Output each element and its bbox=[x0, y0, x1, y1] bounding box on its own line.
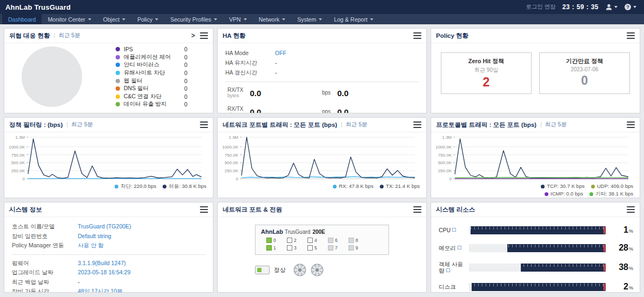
legend-item: 애플리케이션 제어0 bbox=[116, 53, 202, 62]
info-value[interactable]: 사용 안 함 bbox=[78, 241, 104, 251]
external-link-icon[interactable] bbox=[446, 268, 450, 272]
ha-row-label: HA 갱신시간 bbox=[225, 68, 275, 77]
panel-menu-icon[interactable] bbox=[413, 122, 421, 128]
expand-icon[interactable]: > bbox=[191, 32, 195, 39]
panel-menu-icon[interactable] bbox=[200, 122, 208, 128]
legend-item: ICMP: 0.0 bps bbox=[545, 191, 583, 197]
panel-title: 시스템 리소스 bbox=[436, 206, 475, 214]
panel-subtitle: 최근 5분 bbox=[536, 121, 567, 129]
policy-card[interactable]: Zero Hit 정책최근 90일2 bbox=[441, 52, 532, 94]
panel-title: HA 현황 bbox=[223, 32, 245, 40]
info-row: 업그레이드 날짜2023-05-18 16:54:29 bbox=[12, 268, 205, 278]
panel-menu-icon[interactable] bbox=[627, 206, 635, 213]
port-number: 0 bbox=[273, 238, 276, 243]
panel-header: 시스템 정보 bbox=[4, 202, 213, 217]
panel-menu-icon[interactable] bbox=[200, 206, 208, 213]
device-box: AhnLabTrusGuard200E 0246813579 bbox=[255, 225, 389, 255]
info-value[interactable]: 3.1.1.9(Build 1247) bbox=[78, 259, 126, 268]
legend-label: 유해사이트 차단 bbox=[124, 69, 184, 77]
line-chart: 0250.0K500.0K750.0K1000.0K1.3M bbox=[219, 134, 422, 183]
ha-status-rows: HA ModeOFFHA 유지시간-HA 갱신시간- bbox=[225, 48, 419, 77]
panel-title: 네트워크 포트 & 전원 bbox=[223, 206, 282, 214]
user-icon bbox=[605, 3, 613, 11]
counter-label: RX/TX bbox=[227, 106, 243, 112]
svg-text:1000.0K: 1000.0K bbox=[435, 145, 452, 150]
ha-row-value: - bbox=[275, 69, 277, 76]
chevron-down-icon bbox=[614, 6, 618, 8]
fan-icon bbox=[293, 264, 306, 276]
panel-menu-icon[interactable] bbox=[627, 32, 635, 39]
chart-body: 0250.0K500.0K750.0K1000.0K1.3M 차단: 220.0… bbox=[4, 132, 213, 191]
nav-item-object[interactable]: Object bbox=[97, 14, 131, 24]
svg-text:250.0K: 250.0K bbox=[438, 168, 452, 173]
panel-menu-icon[interactable] bbox=[413, 32, 421, 39]
nav-item-security-profiles[interactable]: Security Profiles bbox=[164, 14, 223, 24]
nav-item-label: System bbox=[297, 16, 316, 23]
percent-sign: % bbox=[629, 246, 633, 252]
counter-value: 0.0 bbox=[337, 107, 348, 114]
legend-value: 0 bbox=[184, 78, 187, 84]
info-label: 장비 가동 시간 bbox=[12, 287, 78, 293]
panel-menu-icon[interactable] bbox=[413, 206, 421, 213]
card-value: 2 bbox=[445, 75, 528, 90]
device-brand-line: AhnLabTrusGuard200E bbox=[261, 228, 383, 235]
gauge-threshold-marker bbox=[603, 227, 605, 234]
help-menu-button[interactable]: ? bbox=[624, 3, 636, 11]
device-model: TrusGuard bbox=[285, 229, 310, 235]
session-extend-link[interactable]: 로그인 연장 bbox=[526, 3, 555, 11]
port-led-icon bbox=[307, 238, 313, 243]
svg-text:750.0K: 750.0K bbox=[438, 153, 452, 158]
gauge-value: 28% bbox=[611, 243, 633, 253]
legend-color-dot bbox=[116, 79, 120, 83]
nav-item-policy[interactable]: Policy bbox=[131, 14, 164, 24]
user-menu-button[interactable] bbox=[605, 3, 618, 11]
nav-item-label: VPN bbox=[229, 16, 241, 23]
nav-item-network[interactable]: Network bbox=[253, 14, 292, 24]
legend-label: RX: 47.8 K bps bbox=[339, 183, 373, 190]
nav-item-vpn[interactable]: VPN bbox=[223, 14, 253, 24]
svg-text:0: 0 bbox=[450, 177, 452, 181]
panel-header: 네트워크 포트별 트래픽 : 모든 포트 (bps) 최근 5분 bbox=[218, 118, 426, 132]
line-chart: 0250.0K500.0K750.0K1000.0K1.3M bbox=[432, 134, 635, 183]
legend-item: RX: 47.8 K bps bbox=[333, 183, 373, 190]
power-indicator bbox=[255, 266, 270, 274]
panel-title: 네트워크 포트별 트래픽 : 모든 포트 (bps) bbox=[223, 121, 337, 129]
legend-color-dot bbox=[116, 63, 120, 67]
port-6: 6 bbox=[328, 238, 348, 243]
external-link-icon[interactable] bbox=[452, 228, 456, 232]
legend-value: 0 bbox=[184, 46, 187, 52]
nav-item-monitor-center[interactable]: Monitor Center bbox=[42, 14, 97, 24]
panel-network-port-traffic-chart: 네트워크 포트별 트래픽 : 모든 포트 (bps) 최근 5분 0250.0K… bbox=[217, 117, 427, 198]
info-label: 업그레이드 날짜 bbox=[12, 268, 78, 278]
legend-item: 기타: 38.1 K bps bbox=[589, 191, 633, 197]
info-value[interactable]: Default string bbox=[78, 232, 111, 241]
legend-item: 차단: 220.0 bps bbox=[115, 183, 156, 190]
info-value[interactable]: 2023-05-18 16:54:29 bbox=[78, 268, 131, 278]
info-value[interactable]: TrusGuard (TG200E) bbox=[78, 222, 131, 232]
policy-card[interactable]: 기간만료 정책2023-07-060 bbox=[539, 52, 630, 94]
info-value[interactable]: 48일 17시간 10분 bbox=[78, 287, 123, 293]
ha-status-row: HA ModeOFF bbox=[225, 48, 419, 58]
external-link-icon[interactable] bbox=[458, 246, 461, 249]
port-3: 3 bbox=[287, 245, 307, 251]
ha-row-value: - bbox=[275, 59, 277, 66]
info-row: 장비 일련번호Default string bbox=[12, 232, 205, 241]
card-subtitle: 2023-07-06 bbox=[543, 66, 626, 72]
panel-menu-icon[interactable] bbox=[627, 122, 635, 128]
svg-text:1000.0K: 1000.0K bbox=[222, 145, 238, 150]
panel-subtitle: 최근 5분 bbox=[337, 121, 367, 129]
nav-item-dashboard[interactable]: Dashboard bbox=[2, 14, 42, 24]
info-row: 장비 가동 시간48일 17시간 10분 bbox=[12, 287, 205, 293]
port-8: 8 bbox=[348, 238, 369, 243]
nav-item-label: Dashboard bbox=[8, 16, 36, 23]
nav-item-log-report[interactable]: Log & Report bbox=[328, 14, 379, 24]
ha-row-value[interactable]: OFF bbox=[275, 50, 286, 56]
panel-header: 프로토콜별 트래픽 : 모든 포트 (bps) 최근 5분 bbox=[431, 118, 640, 132]
counter-label: RX/TX bbox=[227, 87, 243, 93]
legend-label: TCP: 30.7 K bps bbox=[547, 183, 585, 190]
nav-item-label: Monitor Center bbox=[48, 16, 85, 23]
counter-value: 0.0 bbox=[250, 107, 261, 114]
nav-item-system[interactable]: System bbox=[291, 14, 328, 24]
panel-menu-icon[interactable] bbox=[200, 32, 208, 39]
app-title: AhnLab TrusGuard bbox=[5, 3, 71, 11]
